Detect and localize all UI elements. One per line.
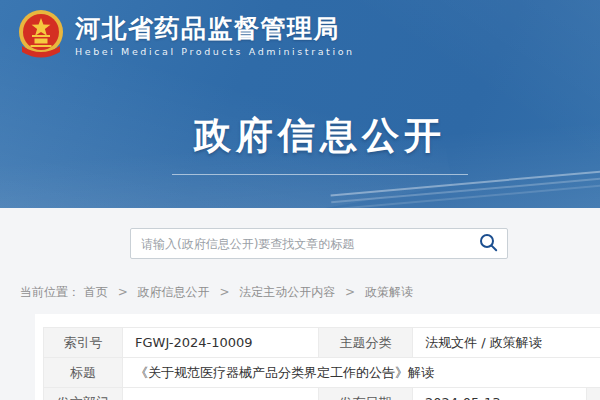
- breadcrumb-separator: >: [219, 285, 229, 299]
- issuing-dept-value: [123, 388, 319, 400]
- page-title: 政府信息公开: [20, 111, 600, 161]
- site-logo[interactable]: 河北省药品监督管理局 Hebei Medical Products Admini…: [18, 8, 355, 64]
- header-banner: 河北省药品监督管理局 Hebei Medical Products Admini…: [0, 0, 600, 208]
- org-name-en: Hebei Medical Products Administration: [75, 46, 355, 57]
- search-bar: [130, 228, 508, 259]
- breadcrumb-link-statutory-content[interactable]: 法定主动公开内容: [239, 285, 335, 299]
- issuing-dept-label: 发文部门: [44, 388, 123, 400]
- breadcrumb: 当前位置： 首页 > 政府信息公开 > 法定主动公开内容 > 政策解读: [20, 284, 413, 301]
- breadcrumb-link-home[interactable]: 首页: [84, 285, 108, 299]
- category-label: 主题分类: [319, 328, 413, 358]
- index-number-label: 索引号: [44, 328, 123, 358]
- publish-date-value: 2024-05-13: [413, 388, 587, 400]
- search-icon: [479, 233, 498, 255]
- document-meta-table: 索引号 FGWJ-2024-10009 主题分类 法规文件 / 政策解读 标题 …: [43, 327, 600, 400]
- breadcrumb-link-policy-interpretation[interactable]: 政策解读: [365, 285, 413, 299]
- title-underline: [172, 174, 468, 175]
- org-name-cn: 河北省药品监督管理局: [75, 15, 355, 44]
- breadcrumb-separator: >: [118, 285, 128, 299]
- search-button[interactable]: [469, 229, 507, 258]
- table-cell-truncated: [587, 388, 600, 400]
- breadcrumb-link-info-disclosure[interactable]: 政府信息公开: [138, 285, 210, 299]
- document-info-card: 索引号 FGWJ-2024-10009 主题分类 法规文件 / 政策解读 标题 …: [35, 314, 600, 400]
- title-value: 《关于规范医疗器械产品分类界定工作的公告》解读: [123, 358, 600, 388]
- breadcrumb-separator: >: [345, 285, 355, 299]
- search-input[interactable]: [131, 229, 469, 258]
- table-row: 发文部门 发布日期 2024-05-13: [44, 388, 600, 400]
- breadcrumb-label: 当前位置：: [20, 285, 80, 299]
- table-row: 标题 《关于规范医疗器械产品分类界定工作的公告》解读: [44, 358, 600, 388]
- table-row: 索引号 FGWJ-2024-10009 主题分类 法规文件 / 政策解读: [44, 328, 600, 358]
- publish-date-label: 发布日期: [319, 388, 413, 400]
- national-emblem-icon: [18, 8, 64, 64]
- title-label: 标题: [44, 358, 123, 388]
- category-value: 法规文件 / 政策解读: [413, 328, 600, 358]
- index-number-value: FGWJ-2024-10009: [123, 328, 319, 358]
